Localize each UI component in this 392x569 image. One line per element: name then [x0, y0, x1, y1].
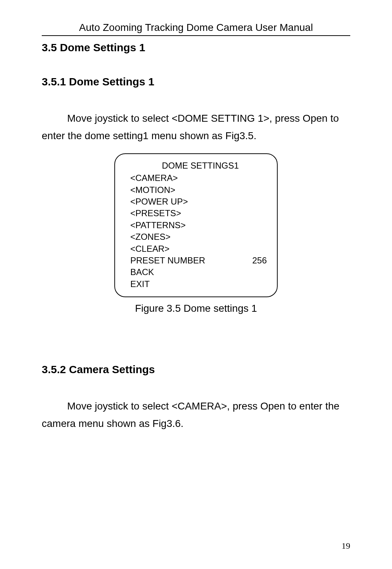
menu-box-container: DOME SETTINGS1 <CAMERA> <MOTION> <POWER … [42, 153, 350, 297]
dome-settings-menu: DOME SETTINGS1 <CAMERA> <MOTION> <POWER … [114, 153, 278, 297]
section-3-5-heading: 3.5 Dome Settings 1 [42, 41, 350, 54]
menu-item-camera: <CAMERA> [130, 172, 267, 184]
menu-item-zones: <ZONES> [130, 231, 267, 243]
menu-title: DOME SETTINGS1 [130, 161, 267, 171]
page-header-title: Auto Zooming Tracking Dome Camera User M… [42, 22, 350, 33]
menu-item-clear: <CLEAR> [130, 243, 267, 255]
section-3-5-1-paragraph: Move joystick to select <DOME SETTING 1>… [42, 110, 350, 144]
section-3-5-1-heading: 3.5.1 Dome Settings 1 [42, 76, 350, 88]
menu-item-powerup: <POWER UP> [130, 196, 267, 207]
page-number: 19 [342, 541, 350, 551]
preset-number-value: 256 [252, 255, 267, 266]
menu-item-back: BACK [130, 266, 267, 278]
section-3-5-2-paragraph: Move joystick to select <CAMERA>, press … [42, 398, 350, 432]
section-3-5-2-heading: 3.5.2 Camera Settings [42, 363, 350, 376]
menu-item-presets: <PRESETS> [130, 207, 267, 219]
figure-3-5-caption: Figure 3.5 Dome settings 1 [42, 303, 350, 314]
menu-item-exit: EXIT [130, 278, 267, 290]
preset-number-label: PRESET NUMBER [130, 255, 205, 266]
menu-item-preset-number: PRESET NUMBER 256 [130, 255, 267, 266]
menu-item-patterns: <PATTERNS> [130, 219, 267, 231]
header-divider [42, 35, 350, 36]
menu-item-motion: <MOTION> [130, 184, 267, 196]
